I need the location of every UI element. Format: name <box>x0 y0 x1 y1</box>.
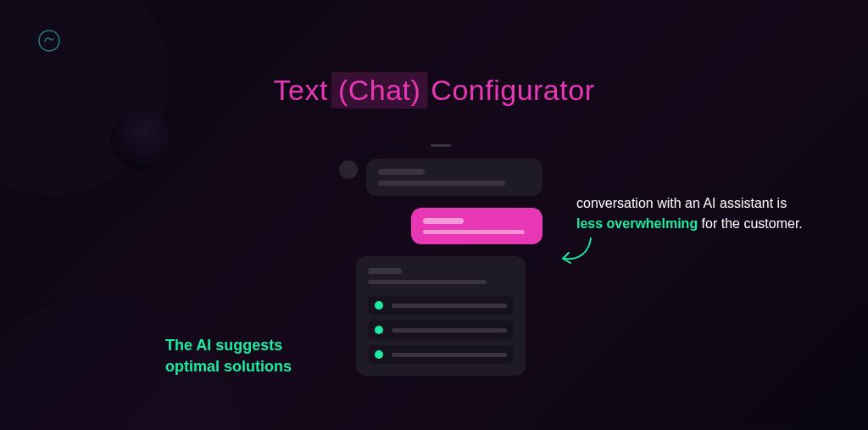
background-circle-small <box>110 110 170 170</box>
chat-bubble-assistant <box>366 159 542 196</box>
chat-row-user <box>339 208 542 244</box>
placeholder-line <box>392 353 507 357</box>
brand-logo-icon <box>37 29 61 53</box>
chat-mockup <box>339 144 542 376</box>
placeholder-line <box>368 268 402 274</box>
bullet-icon <box>375 301 383 310</box>
arrow-curved-icon <box>555 233 598 271</box>
drag-handle-icon <box>431 144 451 147</box>
caption-right-highlight: less overwhelming <box>576 216 698 231</box>
option-row <box>368 321 514 339</box>
bullet-icon <box>375 350 383 359</box>
page-title: Text (Chat) Configurator <box>274 72 595 109</box>
placeholder-line <box>378 181 505 186</box>
svg-point-0 <box>39 31 59 51</box>
chat-bubble-options <box>356 256 526 376</box>
bullet-icon <box>375 326 383 334</box>
placeholder-line <box>392 328 507 332</box>
placeholder-line <box>423 230 525 234</box>
option-row <box>368 345 514 364</box>
placeholder-line <box>423 218 464 224</box>
title-highlight: (Chat) <box>331 72 427 109</box>
avatar-icon <box>339 160 358 179</box>
placeholder-line <box>368 280 487 284</box>
title-prefix: Text <box>274 74 328 107</box>
chat-bubble-user <box>411 208 542 244</box>
chat-row-assistant <box>339 159 542 196</box>
caption-right-tail: for the customer. <box>698 216 803 231</box>
caption-left: The AI suggests optimal solutions <box>165 335 318 377</box>
title-suffix: Configurator <box>431 74 594 107</box>
option-row <box>368 296 514 315</box>
caption-right-line1: conversation with an AI assistant is <box>576 196 787 210</box>
caption-right: conversation with an AI assistant is les… <box>576 193 831 234</box>
placeholder-line <box>378 169 425 175</box>
placeholder-line <box>392 304 507 308</box>
